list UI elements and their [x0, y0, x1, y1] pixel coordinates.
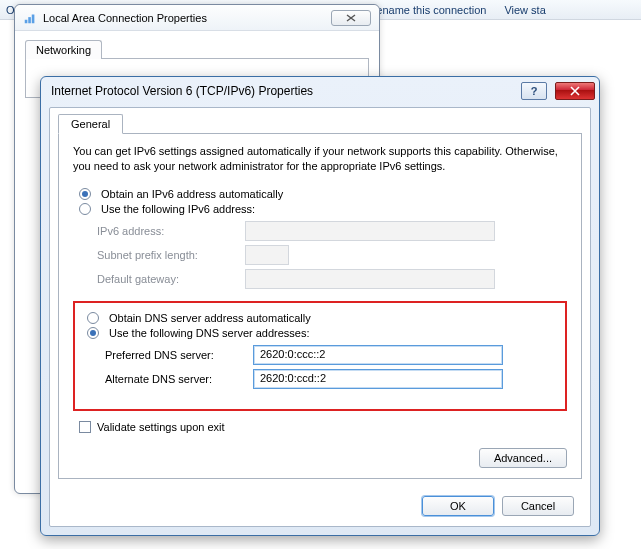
obtain-ipv6-auto-option[interactable]: Obtain an IPv6 address automatically: [79, 188, 567, 200]
radio-icon: [79, 203, 91, 215]
checkbox-label: Validate settings upon exit: [97, 421, 225, 433]
subnet-prefix-input: [245, 245, 289, 265]
tabstrip: General: [50, 108, 590, 134]
radio-icon: [87, 312, 99, 324]
close-button[interactable]: [555, 82, 595, 100]
radio-icon: [79, 188, 91, 200]
use-following-dns-option[interactable]: Use the following DNS server addresses:: [87, 327, 559, 339]
svg-rect-2: [32, 14, 35, 23]
tabstrip: Networking: [25, 40, 369, 59]
ok-button[interactable]: OK: [422, 496, 494, 516]
radio-label: Obtain DNS server address automatically: [109, 312, 311, 324]
dialog-titlebar: Local Area Connection Properties: [15, 5, 379, 31]
dialog-title: Internet Protocol Version 6 (TCP/IPv6) P…: [51, 84, 513, 98]
dialog-titlebar[interactable]: Internet Protocol Version 6 (TCP/IPv6) P…: [41, 77, 599, 105]
dns-settings-group-highlight: Obtain DNS server address automatically …: [73, 301, 567, 411]
preferred-dns-input[interactable]: 2620:0:ccc::2: [253, 345, 503, 365]
dialog-title: Local Area Connection Properties: [43, 12, 207, 24]
view-status-link[interactable]: View sta: [504, 4, 545, 16]
ipv6-address-input: [245, 221, 495, 241]
dialog-client-area: General You can get IPv6 settings assign…: [49, 107, 591, 527]
rename-link[interactable]: Rename this connection: [368, 4, 486, 16]
tab-networking[interactable]: Networking: [25, 40, 102, 59]
help-button[interactable]: ?: [521, 82, 547, 100]
close-button[interactable]: [331, 10, 371, 26]
dns-server-fields: Preferred DNS server: 2620:0:ccc::2 Alte…: [105, 345, 559, 389]
advanced-button[interactable]: Advanced...: [479, 448, 567, 468]
ipv6-properties-dialog: Internet Protocol Version 6 (TCP/IPv6) P…: [40, 76, 600, 536]
general-tab-panel: You can get IPv6 settings assigned autom…: [58, 133, 582, 479]
network-icon: [23, 11, 37, 25]
preferred-dns-label: Preferred DNS server:: [105, 349, 245, 361]
radio-icon: [87, 327, 99, 339]
svg-rect-0: [25, 19, 28, 23]
ipv6-address-fields: IPv6 address: Subnet prefix length: Defa…: [97, 221, 567, 289]
description-text: You can get IPv6 settings assigned autom…: [73, 144, 567, 174]
default-gateway-input: [245, 269, 495, 289]
radio-label: Use the following IPv6 address:: [101, 203, 255, 215]
checkbox-icon: [79, 421, 91, 433]
alternate-dns-label: Alternate DNS server:: [105, 373, 245, 385]
validate-settings-checkbox[interactable]: Validate settings upon exit: [79, 421, 567, 433]
cancel-button[interactable]: Cancel: [502, 496, 574, 516]
default-gateway-label: Default gateway:: [97, 273, 237, 285]
radio-label: Obtain an IPv6 address automatically: [101, 188, 283, 200]
svg-rect-1: [28, 17, 31, 23]
subnet-prefix-label: Subnet prefix length:: [97, 249, 237, 261]
tab-general[interactable]: General: [58, 114, 123, 134]
obtain-dns-auto-option[interactable]: Obtain DNS server address automatically: [87, 312, 559, 324]
radio-label: Use the following DNS server addresses:: [109, 327, 310, 339]
dialog-button-row: OK Cancel: [422, 496, 574, 516]
use-following-ipv6-option[interactable]: Use the following IPv6 address:: [79, 203, 567, 215]
alternate-dns-input[interactable]: 2620:0:ccd::2: [253, 369, 503, 389]
ipv6-address-label: IPv6 address:: [97, 225, 237, 237]
